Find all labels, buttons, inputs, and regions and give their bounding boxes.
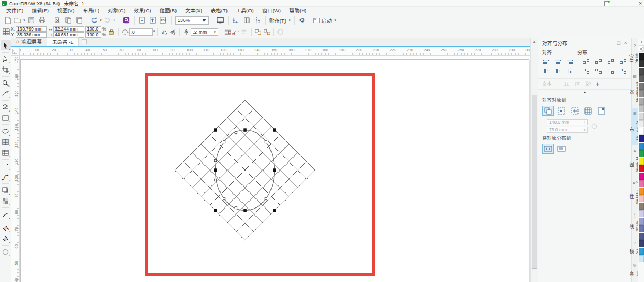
graph-paper-tool[interactable]: [1, 137, 11, 147]
undo-dropdown-arrow[interactable]: ▼: [99, 19, 103, 22]
distribute-bottom-icon[interactable]: [617, 67, 629, 76]
interactive-fill-tool[interactable]: [1, 222, 11, 233]
open-icon[interactable]: ▼: [13, 16, 26, 25]
transparency-tool[interactable]: [1, 196, 11, 206]
paste-icon[interactable]: [75, 16, 84, 25]
export-icon[interactable]: [148, 16, 158, 25]
color-swatch[interactable]: [639, 255, 644, 262]
color-swatch[interactable]: [639, 53, 644, 60]
menu-item-7[interactable]: 文本(X): [181, 7, 207, 14]
new-document-icon[interactable]: [3, 16, 12, 25]
distribute-top-icon[interactable]: [580, 67, 592, 76]
color-swatch[interactable]: [639, 173, 644, 180]
distribute-right-icon[interactable]: [617, 57, 629, 66]
align-to-active-objects-icon[interactable]: [542, 106, 554, 116]
color-swatch[interactable]: [639, 195, 644, 202]
ruler-origin-button[interactable]: [11, 48, 20, 56]
menu-item-1[interactable]: 编辑(E): [27, 7, 53, 14]
group-objects-icon[interactable]: [254, 27, 262, 37]
menu-item-11[interactable]: 帮助(H): [285, 7, 311, 14]
wrap-text-icon[interactable]: [223, 27, 232, 37]
menu-item-0[interactable]: 文件(F): [2, 7, 27, 14]
color-swatch[interactable]: [639, 165, 644, 172]
color-swatch[interactable]: [639, 75, 644, 82]
color-swatch[interactable]: [639, 98, 644, 105]
pick-tool[interactable]: [1, 40, 11, 50]
align-center-v-icon[interactable]: [553, 67, 564, 76]
color-swatch[interactable]: [639, 120, 644, 127]
bspline-tool[interactable]: [1, 102, 11, 112]
zoom-tool[interactable]: [1, 78, 11, 88]
color-swatch[interactable]: [639, 143, 644, 150]
import-icon[interactable]: [137, 16, 147, 25]
menu-item-9[interactable]: 工具(O): [232, 7, 258, 14]
menu-item-3[interactable]: 布局(L): [78, 7, 104, 14]
distribute-to-selection-icon[interactable]: [542, 144, 554, 154]
menu-item-8[interactable]: 表格(T): [207, 7, 232, 14]
color-swatch[interactable]: [639, 248, 644, 255]
align-to-page-center-icon[interactable]: [569, 106, 581, 116]
docker-close-icon[interactable]: ✕: [624, 41, 627, 46]
scroll-up-icon[interactable]: ▲: [531, 38, 538, 45]
ellipse-tool[interactable]: [1, 126, 11, 136]
color-swatch[interactable]: [639, 225, 644, 232]
search-content-icon[interactable]: [122, 16, 131, 25]
color-swatch[interactable]: [639, 83, 644, 90]
collapse-section-icon[interactable]: ▲: [538, 90, 631, 95]
lock-ratio-icon[interactable]: [107, 27, 116, 37]
color-swatch[interactable]: [639, 90, 644, 97]
drawing-canvas[interactable]: [20, 56, 530, 282]
shape-tool[interactable]: [1, 54, 11, 64]
x-position-field[interactable]: 130.799 mm: [16, 26, 47, 32]
snap-to-dropdown[interactable]: 贴齐(T)▼: [268, 16, 291, 25]
vertical-scrollbar[interactable]: ▲: [530, 38, 538, 282]
table-tool[interactable]: [1, 147, 11, 158]
palette-flyout-icon[interactable]: ◂: [640, 38, 642, 45]
color-swatch[interactable]: [639, 128, 644, 135]
undo-icon[interactable]: ▼: [90, 16, 103, 25]
crop-tool[interactable]: [1, 64, 11, 75]
save-icon[interactable]: [27, 16, 36, 25]
color-swatch[interactable]: [639, 60, 644, 67]
color-swatch[interactable]: [639, 105, 644, 112]
minimize-button[interactable]: –: [617, 0, 620, 7]
scale-y-field[interactable]: 100.0: [85, 32, 101, 38]
color-swatch[interactable]: [639, 203, 644, 210]
distribute-center-h-icon[interactable]: [592, 57, 604, 66]
color-swatch[interactable]: [639, 68, 644, 75]
copy-icon[interactable]: [64, 16, 74, 25]
align-center-h-icon[interactable]: [553, 57, 564, 66]
ungroup-objects-icon[interactable]: [262, 27, 271, 37]
align-left-icon[interactable]: [541, 57, 552, 66]
tab-welcome-screen[interactable]: ⌂ 欢迎屏幕: [11, 37, 47, 46]
color-swatch[interactable]: [639, 158, 644, 165]
drop-shadow-tool[interactable]: [1, 185, 11, 195]
menu-item-4[interactable]: 对象(C): [104, 7, 129, 14]
align-to-specified-point-icon[interactable]: [596, 106, 608, 116]
show-guidelines-icon[interactable]: [253, 16, 262, 25]
align-to-page-edge-icon[interactable]: [555, 106, 567, 116]
color-swatch[interactable]: [639, 188, 644, 195]
convert-to-curves-icon[interactable]: [232, 27, 240, 37]
color-swatch[interactable]: [639, 218, 644, 225]
rectangle-tool[interactable]: [1, 113, 11, 123]
color-swatch[interactable]: [639, 150, 644, 157]
menu-item-2[interactable]: 视图(V): [53, 7, 79, 14]
align-to-grid-icon[interactable]: [582, 106, 594, 116]
color-swatch[interactable]: [639, 233, 644, 240]
menu-item-10[interactable]: 窗口(W): [258, 7, 285, 14]
no-color-swatch[interactable]: [639, 45, 644, 52]
freehand-tool[interactable]: [1, 88, 11, 99]
mirror-vertical-icon[interactable]: [169, 27, 177, 37]
show-rulers-icon[interactable]: [231, 16, 241, 25]
menu-item-5[interactable]: 效果(C): [129, 7, 155, 14]
outline-width-select[interactable]: .2 mm▼: [191, 28, 218, 36]
connector-tool[interactable]: [1, 172, 11, 182]
mirror-horizontal-icon[interactable]: [160, 27, 169, 37]
show-grid-icon[interactable]: [242, 16, 252, 25]
scrollbar-thumb[interactable]: [532, 95, 537, 269]
vertical-ruler[interactable]: 170160150140130120110100908070605040: [11, 56, 20, 282]
horizontal-ruler[interactable]: 0102030405060708090100110120130140150160…: [20, 48, 538, 56]
color-swatch[interactable]: [639, 210, 644, 217]
smart-fill-tool[interactable]: [1, 233, 11, 243]
